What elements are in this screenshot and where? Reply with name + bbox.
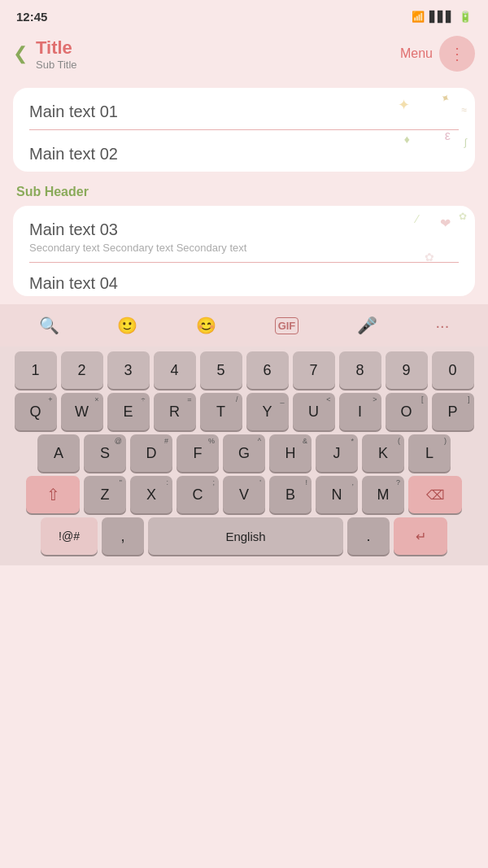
keyboard: 1 2 3 4 5 6 7 8 9 0 +Q ×W ÷E =R /T _Y <U…: [0, 347, 488, 565]
key-7[interactable]: 7: [293, 351, 335, 389]
key-a[interactable]: A: [37, 434, 80, 472]
sticker-icon[interactable]: 😊: [196, 316, 216, 335]
back-button[interactable]: ❮: [13, 43, 28, 64]
key-d[interactable]: #D: [130, 434, 172, 472]
comma-label: ,: [120, 529, 124, 543]
backspace-key[interactable]: ⌫: [408, 476, 462, 513]
key-9[interactable]: 9: [386, 351, 428, 389]
signal-icon: ▋▋▋: [429, 11, 454, 23]
key-p[interactable]: ]P: [432, 393, 474, 430]
status-time: 12:45: [16, 10, 47, 24]
key-b[interactable]: !B: [269, 476, 312, 513]
period-key[interactable]: .: [347, 517, 390, 555]
main-text-4: Main text 04: [29, 274, 459, 293]
key-x[interactable]: :X: [130, 476, 172, 513]
key-r[interactable]: =R: [154, 393, 196, 430]
mic-icon[interactable]: 🎤: [357, 316, 377, 335]
keyboard-toolbar: 🔍 🙂 😊 GIF 🎤 ···: [0, 304, 488, 347]
space-label: English: [225, 530, 265, 543]
key-8[interactable]: 8: [339, 351, 381, 389]
key-5[interactable]: 5: [200, 351, 242, 389]
key-h[interactable]: &H: [269, 434, 312, 472]
main-text-2: Main text 02: [29, 145, 459, 164]
key-v[interactable]: 'V: [223, 476, 265, 513]
menu-label[interactable]: Menu: [400, 46, 433, 61]
more-icon: ⋮: [449, 44, 466, 63]
period-label: .: [366, 529, 370, 543]
key-4[interactable]: 4: [154, 351, 196, 389]
key-f[interactable]: %F: [176, 434, 219, 472]
search-toolbar-icon[interactable]: 🔍: [39, 316, 59, 335]
key-z[interactable]: "Z: [84, 476, 126, 513]
comma-key[interactable]: ,: [102, 517, 144, 555]
list-card-1: ✦ ✦ ≈ ♦ ε ∫ Main text 01 Main text 02: [13, 88, 475, 172]
emoji-icon[interactable]: 🙂: [117, 316, 137, 335]
status-icons: 📶 ▋▋▋ 🔋: [412, 11, 472, 23]
key-e[interactable]: ÷E: [107, 393, 150, 430]
gif-icon[interactable]: GIF: [275, 317, 299, 334]
app-bar: ❮ Title Sub Title Menu ⋮: [0, 29, 488, 81]
status-bar: 12:45 📶 ▋▋▋ 🔋: [0, 0, 488, 29]
secondary-text-3: Secondary text Secondary text Secondary …: [29, 242, 459, 254]
list-card-2: ∕ ❤ ✿ ✿ Main text 03 Secondary text Seco…: [13, 206, 475, 296]
list-item-3[interactable]: Main text 03 Secondary text Secondary te…: [29, 206, 459, 263]
key-row-a: A @S #D %F ^G &H *J (K )L: [3, 434, 485, 472]
shift-icon: ⇧: [46, 485, 60, 504]
space-key[interactable]: English: [148, 517, 343, 555]
key-k[interactable]: (K: [362, 434, 404, 472]
title-block: Title Sub Title: [36, 37, 77, 71]
key-2[interactable]: 2: [61, 351, 103, 389]
key-g[interactable]: ^G: [223, 434, 265, 472]
key-0[interactable]: 0: [432, 351, 474, 389]
key-l[interactable]: )L: [408, 434, 451, 472]
key-m[interactable]: ?M: [362, 476, 404, 513]
key-row-bottom: !@# , English . ↵: [3, 517, 485, 555]
key-n[interactable]: ,N: [316, 476, 358, 513]
key-o[interactable]: [O: [386, 393, 428, 430]
key-c[interactable]: ;C: [176, 476, 219, 513]
sub-header: Sub Header: [13, 180, 475, 206]
app-subtitle: Sub Title: [36, 59, 77, 71]
app-bar-left: ❮ Title Sub Title: [13, 37, 77, 71]
special-chars-key[interactable]: !@#: [41, 517, 98, 555]
shift-key[interactable]: ⇧: [26, 476, 80, 513]
key-i[interactable]: >I: [339, 393, 381, 430]
content-area: ✦ ✦ ≈ ♦ ε ∫ Main text 01 Main text 02 Su…: [0, 81, 488, 296]
app-title: Title: [36, 37, 77, 59]
key-y[interactable]: _Y: [246, 393, 289, 430]
main-text-1: Main text 01: [29, 103, 459, 121]
key-row-q: +Q ×W ÷E =R /T _Y <U >I [O ]P: [3, 393, 485, 430]
battery-icon: 🔋: [459, 11, 472, 23]
main-text-3: Main text 03: [29, 220, 459, 239]
key-3[interactable]: 3: [107, 351, 150, 389]
key-row-numbers: 1 2 3 4 5 6 7 8 9 0: [3, 351, 485, 389]
list-item-4-partial[interactable]: Main text 04: [29, 263, 459, 296]
enter-icon: ↵: [416, 529, 426, 544]
app-bar-right: Menu ⋮: [400, 36, 475, 72]
key-1[interactable]: 1: [15, 351, 57, 389]
special-label: !@#: [59, 530, 80, 542]
key-u[interactable]: <U: [293, 393, 335, 430]
more-toolbar-icon[interactable]: ···: [436, 316, 450, 335]
key-row-z: ⇧ "Z :X ;C 'V !B ,N ?M ⌫: [3, 476, 485, 513]
key-w[interactable]: ×W: [61, 393, 103, 430]
key-q[interactable]: +Q: [15, 393, 57, 430]
backspace-icon: ⌫: [426, 487, 445, 503]
key-j[interactable]: *J: [316, 434, 358, 472]
list-item-1[interactable]: Main text 01: [29, 88, 459, 130]
key-s[interactable]: @S: [84, 434, 126, 472]
key-6[interactable]: 6: [246, 351, 289, 389]
list-item-2[interactable]: Main text 02: [29, 130, 459, 172]
wifi-icon: 📶: [412, 11, 425, 23]
key-t[interactable]: /T: [200, 393, 242, 430]
more-button[interactable]: ⋮: [439, 36, 475, 72]
enter-key[interactable]: ↵: [394, 517, 447, 555]
